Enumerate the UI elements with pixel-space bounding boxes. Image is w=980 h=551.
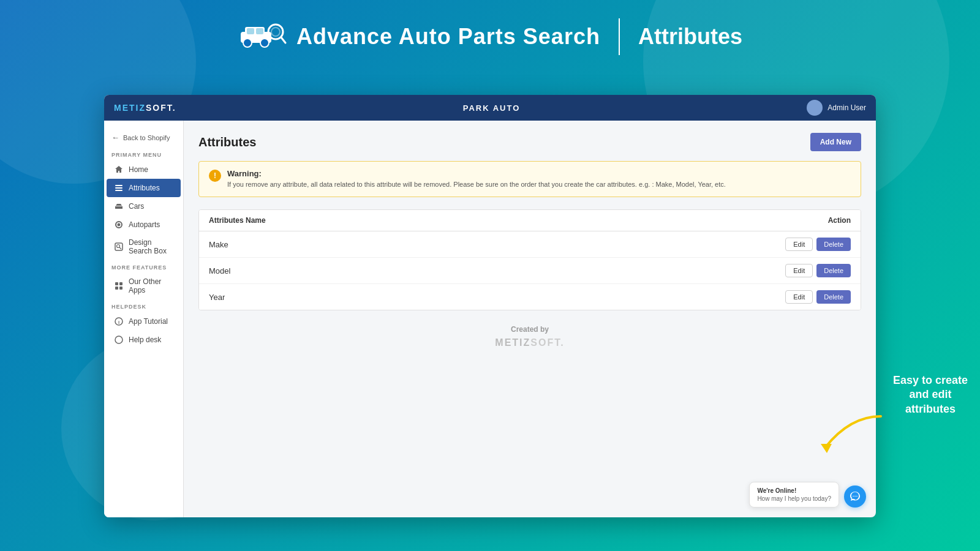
sidebar-item-autoparts[interactable]: Autoparts	[107, 216, 181, 234]
svg-point-21	[115, 336, 123, 343]
attribute-name-make: Make	[209, 240, 228, 249]
annotation-arrow-svg	[813, 410, 887, 459]
footer-created-by-label: Created by	[213, 325, 846, 334]
sidebar-item-app-tutorial[interactable]: i App Tutorial	[107, 312, 181, 331]
topbar-logo: METIZSOFT.	[114, 103, 176, 113]
svg-rect-12	[115, 243, 123, 250]
warning-message: If you remove any attribute, all data re…	[227, 180, 726, 189]
header-app-name: Advance Auto Parts Search	[296, 24, 600, 50]
edit-make-button[interactable]: Edit	[785, 238, 813, 251]
more-features-label: MORE FEATURES	[104, 260, 183, 273]
svg-rect-10	[115, 187, 123, 189]
sidebar-item-cars[interactable]: Cars	[107, 197, 181, 216]
svg-text:i: i	[118, 320, 119, 325]
chat-bubble-subtitle: How may I help you today?	[757, 495, 831, 502]
cars-icon	[114, 201, 124, 211]
row-actions-make: Edit Delete	[785, 238, 851, 251]
table-header: Attributes Name Action	[199, 210, 861, 231]
page-title-row: Attributes Add New	[198, 133, 861, 151]
edit-year-button[interactable]: Edit	[785, 290, 813, 304]
svg-point-24	[856, 496, 858, 497]
chat-bubble: We're Online! How may I help you today?	[749, 482, 839, 508]
attribute-name-model: Model	[209, 266, 230, 276]
svg-line-14	[119, 247, 121, 249]
topbar-user: Admin User	[807, 100, 866, 116]
sidebar-item-app-tutorial-label: App Tutorial	[129, 317, 168, 326]
content-area: ← Back to Shopify PRIMARY MENU Home Attr…	[104, 121, 876, 517]
user-name: Admin User	[827, 103, 866, 112]
attributes-table: Attributes Name Action Make Edit Delete …	[198, 209, 861, 310]
svg-rect-9	[115, 185, 123, 186]
warning-title: Warning:	[227, 169, 726, 178]
header-section: Attributes	[638, 24, 742, 50]
page-header: Advance Auto Parts Search Attributes	[0, 0, 980, 67]
svg-rect-16	[119, 282, 123, 285]
delete-year-button[interactable]: Delete	[816, 290, 851, 304]
table-row: Year Edit Delete	[199, 284, 861, 310]
page-title: Attributes	[198, 135, 256, 149]
help-desk-icon	[114, 335, 124, 345]
table-row: Model Edit Delete	[199, 258, 861, 284]
design-search-icon	[114, 242, 124, 252]
svg-point-22	[853, 496, 854, 497]
topbar-store: PARK AUTO	[463, 103, 521, 113]
warning-box: ! Warning: If you remove any attribute, …	[198, 161, 861, 197]
delete-make-button[interactable]: Delete	[816, 238, 851, 251]
svg-marker-25	[821, 444, 832, 453]
sidebar-item-help-desk-label: Help desk	[129, 335, 161, 344]
back-arrow-icon: ←	[111, 133, 119, 142]
app-window: METIZSOFT. PARK AUTO Admin User ← Back t…	[104, 95, 876, 517]
autoparts-icon	[114, 220, 124, 230]
back-to-shopify-link[interactable]: ← Back to Shopify	[104, 128, 183, 147]
sidebar-item-design-search-box[interactable]: Design Search Box	[107, 234, 181, 260]
sidebar-item-design-search-box-label: Design Search Box	[129, 238, 173, 255]
sidebar-item-home-label: Home	[129, 165, 148, 174]
table-row: Make Edit Delete	[199, 231, 861, 258]
sidebar-item-cars-label: Cars	[129, 202, 144, 211]
row-actions-year: Edit Delete	[785, 290, 851, 304]
user-avatar	[807, 100, 823, 116]
delete-model-button[interactable]: Delete	[816, 264, 851, 277]
col-action: Action	[828, 216, 851, 225]
sidebar-item-home[interactable]: Home	[107, 160, 181, 179]
sidebar-item-help-desk[interactable]: Help desk	[107, 331, 181, 349]
chat-open-button[interactable]	[844, 485, 866, 508]
primary-menu-label: PRIMARY MENU	[104, 147, 183, 160]
sidebar-item-attributes-label: Attributes	[129, 184, 160, 192]
home-icon	[114, 165, 124, 174]
sidebar: ← Back to Shopify PRIMARY MENU Home Attr…	[104, 121, 184, 517]
chat-widget: We're Online! How may I help you today?	[749, 482, 866, 508]
row-actions-model: Edit Delete	[785, 264, 851, 277]
top-bar: METIZSOFT. PARK AUTO Admin User	[104, 95, 876, 121]
svg-rect-11	[115, 190, 123, 191]
svg-rect-15	[115, 282, 118, 285]
sidebar-item-other-apps-label: Our Other Apps	[129, 277, 173, 294]
add-new-button[interactable]: Add New	[810, 133, 861, 151]
svg-rect-17	[115, 287, 118, 290]
svg-point-13	[117, 245, 120, 248]
table-footer: Created by METIZSOFT.	[198, 310, 861, 363]
svg-rect-18	[119, 287, 123, 290]
warning-content: Warning: If you remove any attribute, al…	[227, 169, 726, 189]
svg-rect-4	[247, 28, 254, 34]
main-content: Attributes Add New ! Warning: If you rem…	[184, 121, 876, 517]
sidebar-item-our-other-apps[interactable]: Our Other Apps	[107, 273, 181, 299]
svg-point-8	[271, 28, 280, 36]
attribute-name-year: Year	[209, 293, 225, 302]
chat-bubble-title: We're Online!	[757, 487, 831, 494]
sidebar-item-attributes[interactable]: Attributes	[107, 179, 181, 197]
col-attributes-name: Attributes Name	[209, 216, 266, 225]
back-link-label: Back to Shopify	[123, 134, 170, 141]
annotation: Easy to createand editattributes	[893, 373, 968, 416]
edit-model-button[interactable]: Edit	[785, 264, 813, 277]
svg-point-3	[260, 39, 269, 47]
sidebar-item-autoparts-label: Autoparts	[129, 220, 160, 229]
other-apps-icon	[114, 281, 124, 291]
helpdesk-label: HELPDESK	[104, 299, 183, 312]
annotation-text: Easy to createand editattributes	[893, 373, 968, 416]
svg-point-2	[243, 39, 252, 47]
app-tutorial-icon: i	[114, 317, 124, 326]
footer-logo: METIZSOFT.	[213, 337, 846, 348]
car-search-icon	[238, 18, 287, 55]
svg-line-7	[281, 37, 285, 43]
